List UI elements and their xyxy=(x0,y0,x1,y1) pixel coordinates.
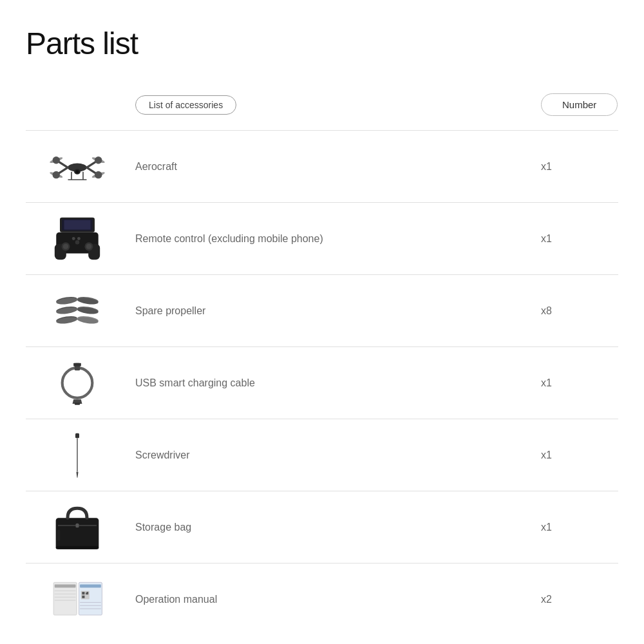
item-image-propeller xyxy=(26,287,129,335)
svg-rect-48 xyxy=(77,438,78,472)
svg-rect-20 xyxy=(64,220,91,230)
item-name-manual: Operation manual xyxy=(129,594,541,605)
item-qty-screwdriver: x1 xyxy=(541,450,618,461)
table-row: Remote control (excluding mobile phone) … xyxy=(26,202,618,274)
svg-point-14 xyxy=(76,170,79,173)
svg-point-27 xyxy=(86,244,91,249)
parts-table: List of accessories Number xyxy=(26,87,618,635)
svg-point-28 xyxy=(75,240,80,245)
svg-point-25 xyxy=(63,244,68,249)
table-row: Aerocraft x1 xyxy=(26,130,618,202)
item-image-usb xyxy=(26,359,129,407)
page-container: Parts list List of accessories Number xyxy=(0,0,644,644)
table-row: Spare propeller x8 xyxy=(26,274,618,346)
item-name-bag: Storage bag xyxy=(129,522,541,533)
svg-rect-47 xyxy=(75,433,79,439)
item-name-remote: Remote control (excluding mobile phone) xyxy=(129,233,541,245)
item-qty-remote: x1 xyxy=(541,233,618,245)
item-qty-bag: x1 xyxy=(541,522,618,533)
svg-point-43 xyxy=(62,368,93,398)
item-qty-manual: x2 xyxy=(541,594,618,605)
svg-rect-62 xyxy=(80,585,101,588)
svg-point-30 xyxy=(77,237,80,240)
svg-rect-66 xyxy=(82,596,84,598)
svg-rect-64 xyxy=(82,592,84,594)
item-qty-usb: x1 xyxy=(541,377,618,389)
item-image-remote xyxy=(26,214,129,263)
table-row: USB smart charging cable x1 xyxy=(26,346,618,419)
svg-rect-50 xyxy=(56,518,99,549)
svg-rect-45 xyxy=(73,363,81,366)
item-image-bag xyxy=(26,503,129,551)
item-image-screwdriver xyxy=(26,431,129,479)
col-name-header: List of accessories xyxy=(129,95,541,115)
table-row: Screwdriver x1 xyxy=(26,419,618,491)
accessories-label: List of accessories xyxy=(135,95,236,115)
svg-rect-46 xyxy=(75,402,80,404)
svg-point-29 xyxy=(72,237,75,240)
svg-marker-49 xyxy=(77,472,79,478)
svg-rect-56 xyxy=(55,585,76,588)
svg-rect-52 xyxy=(76,524,79,528)
item-name-propeller: Spare propeller xyxy=(129,305,541,317)
table-row: Operation manual x2 xyxy=(26,563,618,635)
svg-rect-54 xyxy=(57,530,60,541)
page-title: Parts list xyxy=(26,26,618,61)
col-number-header: Number xyxy=(541,93,618,116)
number-label: Number xyxy=(541,93,618,116)
item-qty-propeller: x8 xyxy=(541,305,618,317)
svg-rect-53 xyxy=(56,546,99,549)
svg-rect-67 xyxy=(86,592,87,593)
table-header: List of accessories Number xyxy=(26,87,618,128)
item-image-aerocraft xyxy=(26,142,129,191)
item-name-aerocraft: Aerocraft xyxy=(129,161,541,173)
item-image-manual xyxy=(26,575,129,623)
item-qty-aerocraft: x1 xyxy=(541,161,618,173)
item-name-screwdriver: Screwdriver xyxy=(129,450,541,461)
item-name-usb: USB smart charging cable xyxy=(129,377,541,389)
table-row: Storage bag x1 xyxy=(26,491,618,563)
